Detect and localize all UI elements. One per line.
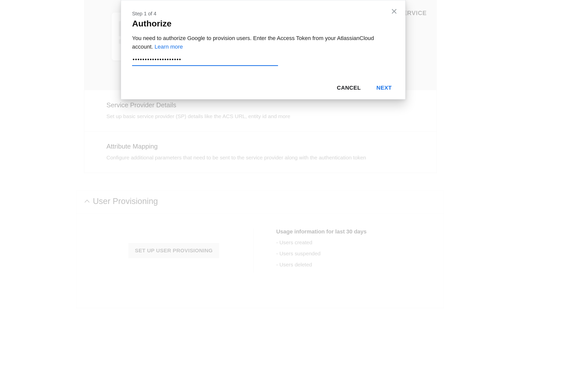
learn-more-link[interactable]: Learn more xyxy=(154,44,183,50)
dialog-title: Authorize xyxy=(132,19,394,28)
cancel-button[interactable]: CANCEL xyxy=(336,83,362,93)
access-token-input[interactable] xyxy=(132,55,278,66)
authorize-dialog: Step 1 of 4 Authorize You need to author… xyxy=(121,0,406,99)
next-button[interactable]: NEXT xyxy=(375,83,393,93)
step-label: Step 1 of 4 xyxy=(132,11,394,17)
close-icon[interactable] xyxy=(391,8,398,15)
dialog-actions: CANCEL NEXT xyxy=(132,83,394,93)
dialog-description: You need to authorize Google to provisio… xyxy=(132,34,394,51)
